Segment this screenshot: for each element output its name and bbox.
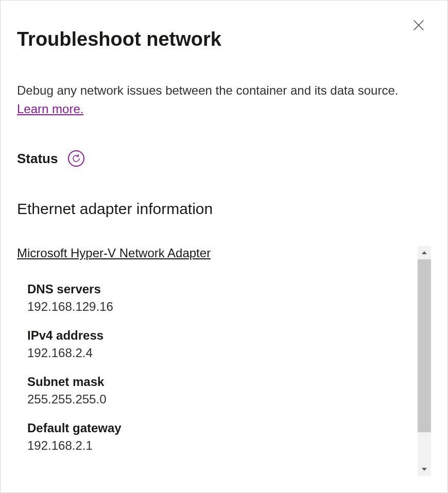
close-icon [411, 18, 426, 32]
property-value: 192.168.2.4 [27, 346, 412, 360]
adapter-property: IPv4 address 192.168.2.4 [27, 328, 412, 360]
adapter-property-list: DNS servers 192.168.129.16 IPv4 address … [17, 282, 412, 453]
chevron-up-icon [421, 251, 427, 255]
scroll-track[interactable] [418, 259, 431, 463]
adapter-property: Subnet mask 255.255.255.0 [27, 375, 412, 407]
chevron-down-icon [421, 467, 427, 471]
refresh-icon [72, 154, 81, 163]
page-description: Debug any network issues between the con… [17, 81, 431, 118]
troubleshoot-panel: Troubleshoot network Debug any network i… [0, 0, 448, 493]
scroll-thumb[interactable] [418, 259, 431, 432]
scroll-down-button[interactable] [418, 463, 431, 476]
page-title: Troubleshoot network [17, 28, 431, 50]
scroll-up-button[interactable] [418, 246, 431, 259]
property-value: 192.168.2.1 [27, 438, 412, 453]
property-label: DNS servers [27, 282, 412, 296]
status-row: Status [17, 150, 431, 167]
property-label: Default gateway [27, 421, 412, 435]
property-value: 192.168.129.16 [27, 300, 412, 314]
close-button[interactable] [409, 16, 428, 34]
status-label: Status [17, 151, 58, 167]
adapter-section-title: Ethernet adapter information [17, 200, 431, 218]
refresh-button[interactable] [68, 150, 84, 167]
scrollbar[interactable] [418, 246, 431, 476]
description-text: Debug any network issues between the con… [17, 83, 398, 97]
svg-marker-2 [422, 251, 427, 254]
svg-marker-3 [422, 468, 427, 471]
property-label: Subnet mask [27, 375, 412, 389]
adapter-name-link[interactable]: Microsoft Hyper-V Network Adapter [17, 246, 211, 260]
property-label: IPv4 address [27, 328, 412, 343]
adapter-content: Microsoft Hyper-V Network Adapter DNS se… [17, 246, 412, 476]
property-value: 255.255.255.0 [27, 392, 412, 407]
adapter-section: Microsoft Hyper-V Network Adapter DNS se… [17, 246, 431, 492]
adapter-property: DNS servers 192.168.129.16 [27, 282, 412, 314]
learn-more-link[interactable]: Learn more. [17, 102, 83, 116]
adapter-property: Default gateway 192.168.2.1 [27, 421, 412, 453]
